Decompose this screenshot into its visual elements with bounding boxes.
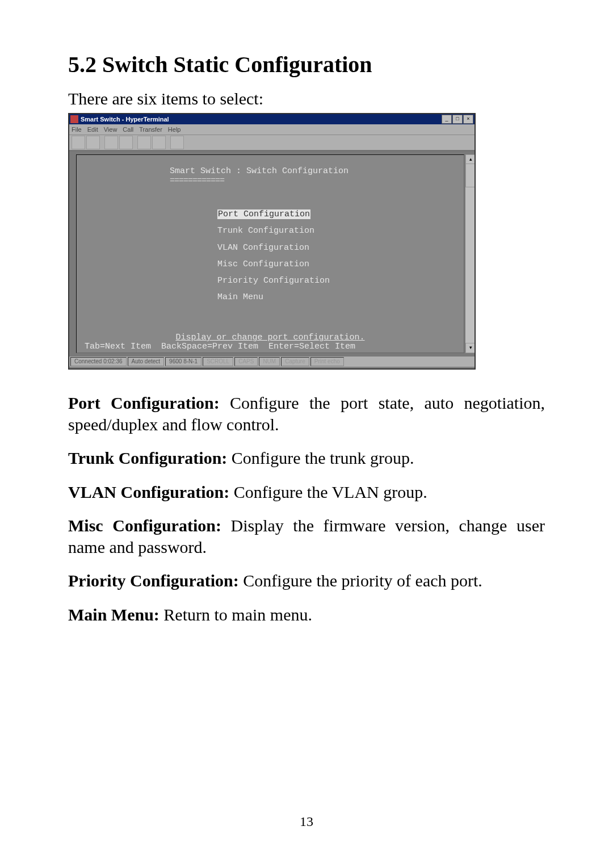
menu-file[interactable]: File — [72, 126, 82, 133]
status-caps: CAPS — [234, 357, 258, 366]
terminal-screen: Smart Switch : Switch Configuration ====… — [76, 154, 464, 353]
menu-edit[interactable]: Edit — [87, 126, 98, 133]
status-printecho: Print echo — [310, 357, 344, 366]
menubar: File Edit View Call Transfer Help — [69, 124, 475, 135]
menu-item-priority-configuration[interactable]: Priority Configuration — [85, 272, 456, 289]
toolbar-properties-icon[interactable] — [170, 136, 184, 149]
section-heading: 5.2 Switch Static Configuration — [68, 51, 545, 78]
page-number: 13 — [0, 814, 613, 829]
hyperterminal-window: Smart Switch - HyperTerminal _ □ × File … — [68, 113, 476, 370]
status-scroll: SCROLL — [203, 357, 233, 366]
maximize-button[interactable]: □ — [452, 115, 463, 124]
menu-item-trunk-configuration[interactable]: Trunk Configuration — [85, 223, 456, 239]
toolbar-separator — [101, 136, 103, 149]
toolbar-separator — [134, 136, 136, 149]
close-button[interactable]: × — [463, 115, 473, 124]
menu-item-misc-configuration[interactable]: Misc Configuration — [85, 256, 456, 272]
toolbar-call-icon[interactable] — [104, 136, 118, 149]
status-mode: 9600 8-N-1 — [165, 357, 201, 366]
minimize-button[interactable]: _ — [442, 115, 452, 124]
menu-item-vlan-configuration[interactable]: VLAN Configuration — [85, 240, 456, 256]
window-titlebar: Smart Switch - HyperTerminal _ □ × — [69, 114, 475, 124]
toolbar-separator — [167, 136, 169, 149]
app-icon — [70, 115, 78, 123]
status-detect: Auto detect — [128, 357, 165, 366]
desc-priority-configuration: Priority Configuration: Configure the pr… — [68, 570, 545, 592]
toolbar-open-icon[interactable] — [86, 136, 100, 149]
statusbar: Connected 0:02:36 Auto detect 9600 8-N-1… — [69, 357, 475, 367]
desc-vlan-configuration: VLAN Configuration: Configure the VLAN g… — [68, 481, 545, 503]
terminal-body: Smart Switch : Switch Configuration ====… — [69, 150, 475, 357]
nav-hint: Tab=Next Item BackSpace=Prev Item Enter=… — [85, 342, 355, 351]
status-capture: Capture — [281, 357, 309, 366]
scroll-thumb[interactable] — [465, 163, 475, 187]
menu-help[interactable]: Help — [168, 126, 181, 133]
menu-list: Port Configuration Trunk Configuration V… — [85, 206, 456, 306]
toolbar-new-icon[interactable] — [72, 136, 85, 149]
window-title: Smart Switch - HyperTerminal — [81, 116, 169, 123]
scroll-down-icon[interactable]: ▾ — [465, 343, 475, 353]
title-underline: ============ — [85, 176, 456, 186]
desc-misc-configuration: Misc Configuration: Display the firmware… — [68, 515, 545, 557]
status-num: NUM — [259, 357, 280, 366]
toolbar-disconnect-icon[interactable] — [119, 136, 133, 149]
help-line: Display or change port configuration. — [77, 333, 464, 342]
scrollbar[interactable]: ▴ ▾ — [465, 154, 475, 353]
intro-text: There are six items to select: — [68, 89, 545, 108]
menu-item-port-configuration[interactable]: Port Configuration — [85, 206, 456, 223]
toolbar-receive-icon[interactable] — [152, 136, 166, 149]
screen-title: Smart Switch : Switch Configuration — [85, 166, 456, 176]
toolbar — [69, 135, 475, 150]
toolbar-send-icon[interactable] — [137, 136, 151, 149]
desc-port-configuration: Port Configuration: Configure the port s… — [68, 392, 545, 435]
status-connected: Connected 0:02:36 — [70, 357, 127, 366]
menu-transfer[interactable]: Transfer — [139, 126, 162, 133]
menu-view[interactable]: View — [104, 126, 117, 133]
menu-call[interactable]: Call — [123, 126, 133, 133]
desc-main-menu: Main Menu: Return to main menu. — [68, 604, 545, 626]
menu-item-main-menu[interactable]: Main Menu — [85, 289, 456, 305]
desc-trunk-configuration: Trunk Configuration: Configure the trunk… — [68, 447, 545, 469]
